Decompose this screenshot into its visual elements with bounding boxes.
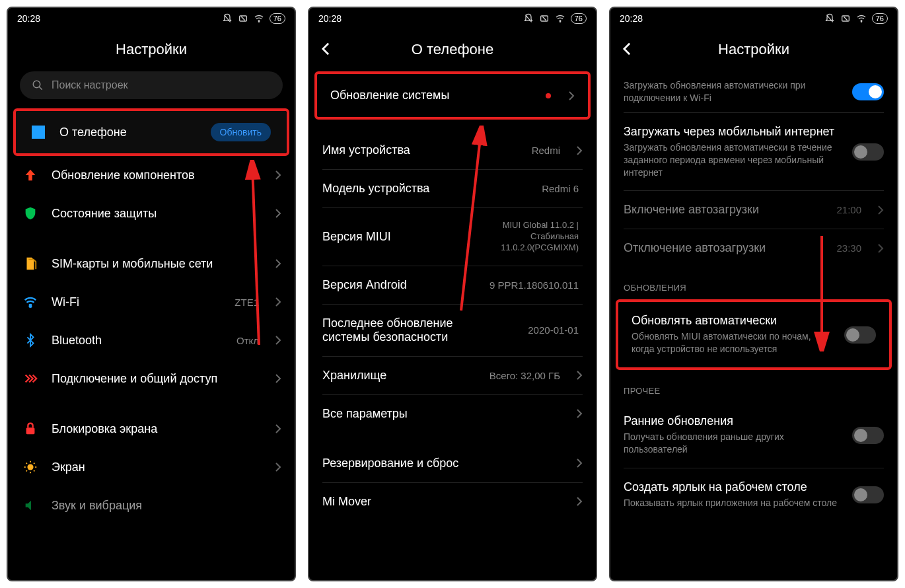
sim-icon xyxy=(21,256,40,271)
search-placeholder: Поиск настроек xyxy=(52,79,128,91)
toggle-wifi-download[interactable] xyxy=(852,83,884,100)
row-bluetooth[interactable]: Bluetooth Откл xyxy=(8,321,295,359)
row-device-name[interactable]: Имя устройства Redmi xyxy=(309,131,596,169)
page-title: Настройки xyxy=(116,41,187,58)
update-button[interactable]: Обновить xyxy=(211,123,271,141)
chevron-right-icon xyxy=(275,462,281,472)
row-model[interactable]: Модель устройства Redmi 6 xyxy=(309,170,596,207)
row-label: Модель устройства xyxy=(322,182,530,196)
row-shortcut[interactable]: Создать ярлык на рабочем столе Показыват… xyxy=(610,468,897,521)
row-label: Включение автозагрузки xyxy=(624,203,824,217)
row-display[interactable]: Экран xyxy=(8,448,295,486)
row-label: Резервирование и сброс xyxy=(322,457,564,470)
back-button[interactable] xyxy=(321,42,330,59)
screen-about-phone: 20:28 76 О телефоне Обновление системы И… xyxy=(308,7,597,581)
row-about-phone[interactable]: О телефоне Обновить xyxy=(16,111,287,153)
highlight-auto-update: Обновлять автоматически Обновлять MIUI а… xyxy=(616,299,892,370)
chevron-right-icon xyxy=(576,370,583,381)
row-system-update[interactable]: Обновление системы xyxy=(317,74,588,117)
row-lock[interactable]: Блокировка экрана xyxy=(8,410,295,448)
row-label: Mi Mover xyxy=(322,495,564,509)
row-android[interactable]: Версия Android 9 PPR1.180610.011 xyxy=(309,266,596,304)
speaker-icon xyxy=(21,498,40,513)
toggle-shortcut[interactable] xyxy=(852,486,884,503)
row-label: Версия MIUI xyxy=(322,230,448,244)
row-wifi-download[interactable]: Загружать обновления автоматически при п… xyxy=(610,75,897,112)
row-mobile-download[interactable]: Загружать через мобильный интернет Загру… xyxy=(610,113,897,191)
notification-dot-icon xyxy=(546,93,551,98)
row-value: 23:30 xyxy=(836,242,861,254)
screen-update-settings: 20:28 76 Настройки Загружать обновления … xyxy=(609,7,898,581)
do-not-disturb-icon xyxy=(222,13,233,24)
row-value: Откл xyxy=(236,335,259,346)
settings-list: О телефоне Обновить Обновление компонент… xyxy=(8,108,295,580)
chevron-right-icon xyxy=(576,145,583,156)
row-component-updates[interactable]: Обновление компонентов xyxy=(8,156,295,194)
row-early-updates[interactable]: Ранние обновления Получать обновления ра… xyxy=(610,402,897,468)
row-label: Обновление системы xyxy=(330,89,534,102)
row-sound[interactable]: Звук и вибрация xyxy=(8,486,295,525)
status-bar: 20:28 76 xyxy=(309,8,596,29)
chevron-right-icon xyxy=(877,205,884,215)
about-phone-icon xyxy=(29,126,48,139)
toggle-early-updates[interactable] xyxy=(852,427,884,444)
page-title: Настройки xyxy=(718,41,789,58)
row-value: Redmi xyxy=(532,145,560,156)
back-button[interactable] xyxy=(622,42,632,59)
about-list: Обновление системы Имя устройства Redmi … xyxy=(309,71,596,580)
row-wifi[interactable]: Wi-Fi ZTE1 xyxy=(8,283,295,321)
row-label: Отключение автозагрузки xyxy=(624,241,824,255)
highlight-about-phone: О телефоне Обновить xyxy=(13,108,289,156)
row-share[interactable]: Подключение и общий доступ xyxy=(8,359,295,398)
row-label: Блокировка экрана xyxy=(52,422,263,436)
row-mi-mover[interactable]: Mi Mover xyxy=(309,483,596,521)
row-security-patch[interactable]: Последнее обновление системы безопасност… xyxy=(309,305,596,356)
row-security-status[interactable]: Состояние защиты xyxy=(8,194,295,233)
toggle-mobile-download[interactable] xyxy=(852,143,884,161)
update-settings-list: Загружать обновления автоматически при п… xyxy=(610,71,897,580)
row-label: Подключение и общий доступ xyxy=(52,372,263,386)
row-value: 9 PPR1.180610.011 xyxy=(489,279,579,291)
wifi-icon xyxy=(555,13,565,24)
bluetooth-icon xyxy=(21,333,40,348)
toggle-auto-update[interactable] xyxy=(844,326,876,344)
chevron-right-icon xyxy=(576,458,583,468)
svg-rect-4 xyxy=(26,427,35,434)
row-backup[interactable]: Резервирование и сброс xyxy=(309,445,596,482)
row-storage[interactable]: Хранилище Всего: 32,00 ГБ xyxy=(309,357,596,394)
chevron-right-icon xyxy=(576,496,583,507)
chevron-right-icon xyxy=(568,91,575,101)
search-input[interactable]: Поиск настроек xyxy=(20,71,283,99)
row-label: Версия Android xyxy=(322,278,478,292)
page-title: О телефоне xyxy=(412,41,493,58)
chevron-right-icon xyxy=(275,423,281,434)
status-icons: 76 xyxy=(523,13,587,24)
battery-icon: 76 xyxy=(270,13,285,24)
row-all-params[interactable]: Все параметры xyxy=(309,395,596,433)
do-not-disturb-icon xyxy=(523,13,534,24)
status-icons: 76 xyxy=(824,13,888,24)
row-label: Ранние обновления xyxy=(624,414,840,428)
row-label: Обновление компонентов xyxy=(52,168,263,182)
row-value: Redmi 6 xyxy=(542,183,579,194)
chevron-right-icon xyxy=(576,408,583,419)
status-time: 20:28 xyxy=(17,13,40,24)
share-icon xyxy=(21,371,40,386)
row-sim[interactable]: SIM-карты и мобильные сети xyxy=(8,244,295,283)
row-miui[interactable]: Версия MIUI MIUI Global 11.0.2 | Стабиль… xyxy=(309,208,596,266)
row-label: Последнее обновление системы безопасност… xyxy=(322,316,474,344)
screen-settings-main: 20:28 76 Настройки Поиск настроек О теле… xyxy=(7,7,296,581)
status-time: 20:28 xyxy=(318,13,342,24)
battery-box-icon xyxy=(840,13,851,24)
row-label: Звук и вибрация xyxy=(52,499,281,513)
battery-box-icon xyxy=(238,13,248,24)
row-label: Имя устройства xyxy=(322,143,520,157)
header: Настройки xyxy=(610,29,897,71)
chevron-right-icon xyxy=(275,335,281,346)
row-autoload-off: Отключение автозагрузки 23:30 xyxy=(610,229,897,267)
svg-point-9 xyxy=(861,21,861,22)
lock-icon xyxy=(21,422,40,436)
chevron-right-icon xyxy=(275,258,281,269)
row-sublabel: Обновлять MIUI автоматически по ночам, к… xyxy=(632,330,832,355)
row-auto-update[interactable]: Обновлять автоматически Обновлять MIUI а… xyxy=(618,302,889,367)
